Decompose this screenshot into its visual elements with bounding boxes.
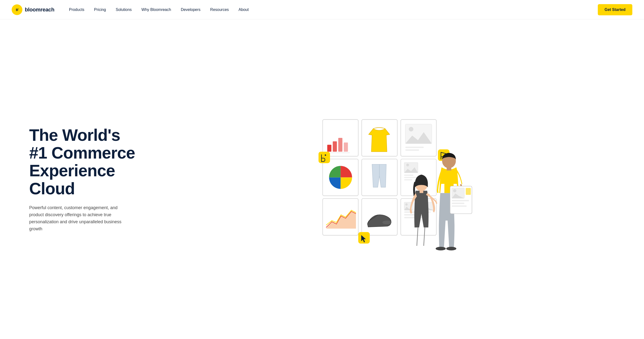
svg-point-17: [382, 220, 392, 224]
svg-rect-23: [406, 149, 419, 151]
svg-point-26: [406, 164, 409, 166]
logo-link[interactable]: bloomreach: [12, 4, 54, 15]
nav-about[interactable]: About: [238, 8, 249, 12]
svg-rect-62: [452, 202, 464, 204]
logo-icon: [12, 4, 22, 15]
svg-rect-5: [338, 138, 342, 152]
hero-content: The World's #1 Commerce Experience Cloud…: [29, 126, 151, 232]
hero-subtitle: Powerful content, customer engagement, a…: [29, 204, 131, 232]
svg-rect-4: [333, 141, 337, 152]
svg-rect-30: [404, 179, 412, 180]
brand-name: bloomreach: [25, 6, 54, 13]
svg-rect-50: [420, 190, 423, 193]
svg-rect-54: [447, 167, 452, 170]
nav-solutions[interactable]: Solutions: [116, 8, 132, 12]
nav-links: Products Pricing Solutions Why Bloomreac…: [69, 8, 598, 12]
svg-point-1: [18, 8, 18, 9]
svg-rect-22: [406, 147, 424, 148]
svg-point-33: [406, 203, 408, 206]
svg-rect-6: [344, 142, 348, 152]
svg-point-20: [409, 127, 414, 132]
nav-resources[interactable]: Resources: [210, 8, 228, 12]
hero-title: The World's #1 Commerce Experience Cloud: [29, 126, 141, 198]
hero-illustration: [151, 96, 632, 262]
svg-point-59: [453, 189, 456, 192]
svg-rect-64: [466, 188, 471, 195]
nav-why-bloomreach[interactable]: Why Bloomreach: [142, 8, 171, 12]
hero-section: The World's #1 Commerce Experience Cloud…: [0, 20, 644, 339]
svg-rect-29: [404, 177, 417, 178]
svg-point-55: [436, 247, 446, 250]
svg-point-45: [325, 154, 326, 156]
nav-developers[interactable]: Developers: [181, 8, 200, 12]
svg-point-56: [446, 247, 456, 250]
svg-rect-61: [452, 200, 469, 201]
navigation: bloomreach Products Pricing Solutions Wh…: [0, 0, 644, 20]
svg-point-0: [14, 7, 20, 12]
svg-rect-3: [327, 145, 332, 152]
nav-pricing[interactable]: Pricing: [94, 8, 106, 12]
hero-illustration-svg: [309, 96, 474, 262]
svg-rect-63: [452, 206, 466, 207]
get-started-button[interactable]: Get Started: [598, 4, 632, 15]
nav-products[interactable]: Products: [69, 8, 84, 12]
svg-rect-28: [404, 174, 414, 176]
